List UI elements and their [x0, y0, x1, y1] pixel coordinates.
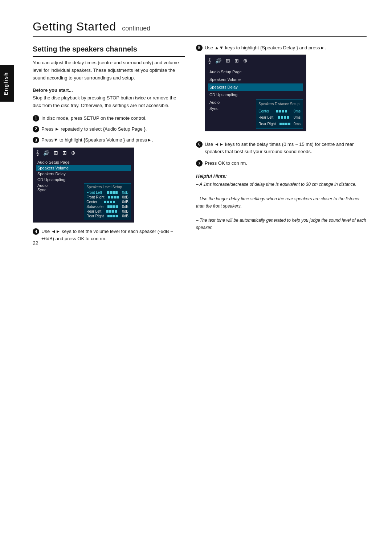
page-title: Getting Started: [33, 20, 116, 33]
page-container: Getting Started continued Setting the sp…: [0, 0, 392, 266]
screen-mockup-2: 𝄞 🔊 ⊞ ⊞ ⊕ Audio Setup Page Speakers Volu…: [205, 54, 306, 131]
content-columns: Setting the speakers channels You can ad…: [33, 44, 367, 246]
screen-menu-cd: CD Upsampling: [36, 177, 131, 183]
step-2: 2 Press ► repeatedly to select {Audio Se…: [33, 126, 185, 133]
step-4-text: Use ◄► keys to set the volume level for …: [41, 228, 185, 242]
screen-submenu-2: Speakers Distance Setup Center 0ms R: [256, 99, 303, 129]
step-7: 7 Press OK to con rm.: [196, 160, 367, 167]
submenu-row-rr: Rear Right 0dB: [86, 214, 128, 218]
submenu-title-2: Speakers Distance Setup: [258, 101, 301, 107]
hint-line-2: – Use the longer delay time settings whe…: [196, 196, 360, 209]
icon-grid3: ⊞: [226, 57, 230, 65]
corner-mark-bl: [11, 536, 17, 542]
icon-speaker: 🔊: [43, 150, 49, 156]
step-6: 6 Use ◄► keys to set the delay times (0 …: [196, 141, 367, 155]
submenu2-row-rl: Rear Left 0ms: [258, 114, 301, 121]
icon-grid4: ⊞: [234, 57, 239, 65]
right-column: 5 Use ▲▼ keys to highlight {Speakers Del…: [196, 44, 367, 246]
screen-menu-delay: Speakers Delay: [36, 171, 131, 177]
submenu-row-c: Center 0dB: [86, 200, 128, 204]
icon-music2: 𝄞: [208, 57, 211, 65]
step-1: 1 In disc mode, press SETUP on the remot…: [33, 115, 185, 122]
screen-menu-audio: Audio Setup Page: [36, 159, 131, 165]
screen2-menu-delay: Speakers Delay: [208, 83, 303, 91]
helpful-hints-title: Helpful Hints:: [196, 173, 367, 179]
step-3: 3 Press▼ to highlight {Speakers Volume }…: [33, 136, 185, 144]
submenu-title-1: Speakers Level Setup: [86, 185, 128, 189]
page-number: 22: [33, 240, 38, 246]
step-3-text: Press▼ to highlight {Speakers Volume } a…: [41, 136, 153, 144]
before-start-label: Before you start...: [33, 87, 73, 93]
submenu-row-sub: Subwoofer 0dB: [86, 204, 128, 209]
step-2-text: Press ► repeatedly to select {Audio Setu…: [41, 126, 147, 133]
step-num-2: 2: [33, 126, 39, 132]
screen-icons-1: 𝄞 🔊 ⊞ ⊞ ⊕: [36, 150, 131, 157]
submenu-row-fr: Front Right 0dB: [86, 195, 128, 200]
icon-speaker2: 🔊: [215, 57, 221, 65]
submenu-row-fl: Front Left 0dB: [86, 190, 128, 195]
screen-submenu-1: Speakers Level Setup Front Left 0dB Fron…: [84, 183, 131, 220]
step-num-1: 1: [33, 115, 39, 122]
hint-line-3: – The test tone will be automatically ge…: [196, 218, 366, 230]
hint-line-1: – A 1ms increase/decrease of delay time …: [196, 182, 356, 187]
page-subtitle: continued: [122, 25, 150, 32]
step-num-4: 4: [33, 228, 39, 235]
submenu2-row-c: Center 0ms: [258, 108, 301, 115]
screen2-menu-vol: Speakers Volume: [208, 76, 303, 83]
step-5-text: Use ▲▼ keys to highlight {Speakers Delay…: [205, 45, 326, 50]
step-7-text: Press OK to con rm.: [205, 160, 247, 167]
screen2-menu-cd: CD Upsampling: [208, 91, 303, 99]
helpful-hints-body: – A 1ms increase/decrease of delay time …: [196, 181, 367, 232]
step-6-text: Use ◄► keys to set the delay times (0 ms…: [205, 141, 367, 155]
before-start-text: Stop the disc playback by pressing STOP …: [33, 95, 176, 108]
step-num-6: 6: [196, 141, 203, 148]
icon-grid: ⊞: [54, 150, 58, 156]
screen-menu-sync: Audio Sync: [36, 183, 55, 193]
section-intro: You can adjust the delay times (centre a…: [33, 59, 185, 82]
step-4: 4 Use ◄► keys to set the volume level fo…: [33, 228, 185, 242]
screen-mockup-1: 𝄞 🔊 ⊞ ⊞ ⊕ Audio Setup Page Speakers Volu…: [33, 147, 134, 223]
submenu-row-rl: Rear Left 0dB: [86, 209, 128, 214]
icon-plus2: ⊕: [243, 57, 248, 65]
submenu2-row-rr: Rear Right 0ms: [258, 121, 301, 127]
screen-menu-vol: Speakers Volume: [36, 165, 131, 171]
step-num-7: 7: [196, 160, 203, 167]
step-5: 5 Use ▲▼ keys to highlight {Speakers Del…: [196, 44, 367, 136]
icon-plus: ⊕: [71, 150, 75, 156]
helpful-hints: Helpful Hints: – A 1ms increase/decrease…: [196, 173, 367, 232]
step-num-5: 5: [196, 45, 203, 51]
before-start: Before you start... Stop the disc playba…: [33, 87, 185, 109]
corner-mark-br: [375, 536, 381, 542]
step-num-3: 3: [33, 137, 39, 143]
section-heading: Setting the speakers channels: [33, 44, 185, 57]
left-column: Setting the speakers channels You can ad…: [33, 44, 185, 246]
screen-icons-2: 𝄞 🔊 ⊞ ⊞ ⊕: [208, 57, 303, 66]
page-header: Getting Started continued: [33, 20, 367, 37]
screen2-menu-audio: Audio Setup Page: [208, 68, 303, 76]
screen2-menu-sync: Audio Sync: [208, 99, 227, 112]
icon-grid2: ⊞: [62, 150, 67, 156]
icon-music: 𝄞: [36, 150, 39, 156]
step-1-text: In disc mode, press SETUP on the remote …: [41, 115, 147, 122]
